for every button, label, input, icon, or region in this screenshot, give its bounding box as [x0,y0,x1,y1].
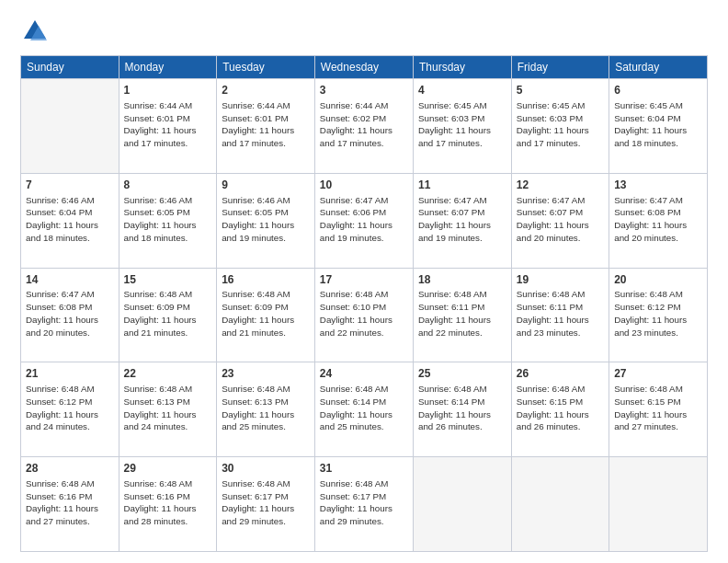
calendar-cell: 13Sunrise: 6:47 AM Sunset: 6:08 PM Dayli… [609,173,708,268]
day-number: 20 [614,272,702,288]
calendar-cell: 31Sunrise: 6:48 AM Sunset: 6:17 PM Dayli… [314,457,413,552]
day-info: Sunrise: 6:48 AM Sunset: 6:11 PM Dayligh… [418,288,506,339]
calendar-cell: 5Sunrise: 6:45 AM Sunset: 6:03 PM Daylig… [511,79,609,174]
day-info: Sunrise: 6:48 AM Sunset: 6:14 PM Dayligh… [418,383,506,433]
day-info: Sunrise: 6:48 AM Sunset: 6:13 PM Dayligh… [124,383,212,433]
day-info: Sunrise: 6:48 AM Sunset: 6:17 PM Dayligh… [222,477,310,528]
calendar-header: SundayMondayTuesdayWednesdayThursdayFrid… [21,56,708,79]
day-number: 5 [517,83,604,98]
calendar-cell: 19Sunrise: 6:48 AM Sunset: 6:11 PM Dayli… [511,268,609,362]
day-info: Sunrise: 6:47 AM Sunset: 6:06 PM Dayligh… [320,194,408,245]
calendar-week-row: 7Sunrise: 6:46 AM Sunset: 6:04 PM Daylig… [21,173,708,268]
day-number: 3 [320,83,408,98]
calendar-cell: 21Sunrise: 6:48 AM Sunset: 6:12 PM Dayli… [21,362,119,457]
day-info: Sunrise: 6:48 AM Sunset: 6:16 PM Dayligh… [26,477,114,528]
day-info: Sunrise: 6:48 AM Sunset: 6:11 PM Dayligh… [517,288,604,339]
calendar-cell: 17Sunrise: 6:48 AM Sunset: 6:10 PM Dayli… [314,268,413,362]
day-number: 18 [418,272,506,288]
day-number: 19 [517,272,604,288]
day-info: Sunrise: 6:48 AM Sunset: 6:16 PM Dayligh… [124,477,212,528]
day-info: Sunrise: 6:45 AM Sunset: 6:03 PM Dayligh… [418,99,506,150]
calendar-week-row: 14Sunrise: 6:47 AM Sunset: 6:08 PM Dayli… [21,268,708,362]
day-number: 10 [320,178,408,193]
calendar-cell: 15Sunrise: 6:48 AM Sunset: 6:09 PM Dayli… [119,268,217,362]
header [20,17,708,46]
day-info: Sunrise: 6:48 AM Sunset: 6:15 PM Dayligh… [517,383,604,433]
day-number: 12 [517,178,604,193]
calendar-cell: 10Sunrise: 6:47 AM Sunset: 6:06 PM Dayli… [314,173,413,268]
day-info: Sunrise: 6:48 AM Sunset: 6:13 PM Dayligh… [222,383,310,433]
calendar-week-row: 1Sunrise: 6:44 AM Sunset: 6:01 PM Daylig… [21,79,708,174]
calendar-cell: 3Sunrise: 6:44 AM Sunset: 6:02 PM Daylig… [314,79,413,174]
logo-icon [20,17,50,46]
calendar-cell: 12Sunrise: 6:47 AM Sunset: 6:07 PM Dayli… [511,173,609,268]
day-number: 31 [320,461,408,477]
calendar-cell [511,457,609,552]
day-info: Sunrise: 6:48 AM Sunset: 6:17 PM Dayligh… [320,477,408,528]
calendar-cell: 18Sunrise: 6:48 AM Sunset: 6:11 PM Dayli… [413,268,511,362]
calendar-cell [609,457,708,552]
header-day: Tuesday [217,56,315,79]
day-info: Sunrise: 6:47 AM Sunset: 6:08 PM Dayligh… [614,194,702,245]
day-info: Sunrise: 6:45 AM Sunset: 6:03 PM Dayligh… [517,99,604,150]
day-number: 7 [26,178,114,193]
calendar-cell: 7Sunrise: 6:46 AM Sunset: 6:04 PM Daylig… [21,173,119,268]
day-info: Sunrise: 6:48 AM Sunset: 6:14 PM Dayligh… [320,383,408,433]
day-number: 22 [124,366,212,382]
day-info: Sunrise: 6:48 AM Sunset: 6:12 PM Dayligh… [26,383,114,433]
calendar-cell: 6Sunrise: 6:45 AM Sunset: 6:04 PM Daylig… [609,79,708,174]
calendar-cell: 9Sunrise: 6:46 AM Sunset: 6:05 PM Daylig… [217,173,315,268]
header-day: Sunday [21,56,119,79]
calendar-week-row: 21Sunrise: 6:48 AM Sunset: 6:12 PM Dayli… [21,362,708,457]
day-number: 23 [222,366,310,382]
header-day: Friday [511,56,609,79]
day-number: 16 [222,272,310,288]
day-number: 9 [222,178,310,193]
calendar-cell: 28Sunrise: 6:48 AM Sunset: 6:16 PM Dayli… [21,457,119,552]
calendar-cell: 2Sunrise: 6:44 AM Sunset: 6:01 PM Daylig… [217,79,315,174]
day-number: 26 [517,366,604,382]
calendar-cell [413,457,511,552]
calendar-table: SundayMondayTuesdayWednesdayThursdayFrid… [20,55,708,552]
day-number: 15 [124,272,212,288]
day-info: Sunrise: 6:47 AM Sunset: 6:07 PM Dayligh… [517,194,604,245]
day-info: Sunrise: 6:47 AM Sunset: 6:08 PM Dayligh… [26,288,114,339]
day-number: 11 [418,178,506,193]
calendar-cell: 30Sunrise: 6:48 AM Sunset: 6:17 PM Dayli… [217,457,315,552]
day-number: 4 [418,83,506,98]
day-number: 28 [26,461,114,477]
day-number: 29 [124,461,212,477]
day-number: 27 [614,366,702,382]
day-info: Sunrise: 6:48 AM Sunset: 6:09 PM Dayligh… [222,288,310,339]
day-info: Sunrise: 6:45 AM Sunset: 6:04 PM Dayligh… [614,99,702,150]
day-number: 1 [124,83,212,98]
day-info: Sunrise: 6:46 AM Sunset: 6:04 PM Dayligh… [26,194,114,245]
calendar-week-row: 28Sunrise: 6:48 AM Sunset: 6:16 PM Dayli… [21,457,708,552]
calendar-cell: 29Sunrise: 6:48 AM Sunset: 6:16 PM Dayli… [119,457,217,552]
calendar-cell: 25Sunrise: 6:48 AM Sunset: 6:14 PM Dayli… [413,362,511,457]
day-info: Sunrise: 6:48 AM Sunset: 6:10 PM Dayligh… [320,288,408,339]
page: SundayMondayTuesdayWednesdayThursdayFrid… [0,0,728,563]
calendar-cell: 26Sunrise: 6:48 AM Sunset: 6:15 PM Dayli… [511,362,609,457]
day-number: 21 [26,366,114,382]
header-row: SundayMondayTuesdayWednesdayThursdayFrid… [21,56,708,79]
calendar-cell: 11Sunrise: 6:47 AM Sunset: 6:07 PM Dayli… [413,173,511,268]
day-number: 17 [320,272,408,288]
day-number: 6 [614,83,702,98]
day-number: 30 [222,461,310,477]
header-day: Thursday [413,56,511,79]
calendar-cell: 23Sunrise: 6:48 AM Sunset: 6:13 PM Dayli… [217,362,315,457]
header-day: Monday [119,56,217,79]
day-info: Sunrise: 6:44 AM Sunset: 6:01 PM Dayligh… [222,99,310,150]
calendar-cell: 20Sunrise: 6:48 AM Sunset: 6:12 PM Dayli… [609,268,708,362]
day-info: Sunrise: 6:48 AM Sunset: 6:09 PM Dayligh… [124,288,212,339]
day-info: Sunrise: 6:47 AM Sunset: 6:07 PM Dayligh… [418,194,506,245]
calendar-cell [21,79,119,174]
day-number: 13 [614,178,702,193]
day-number: 14 [26,272,114,288]
day-info: Sunrise: 6:46 AM Sunset: 6:05 PM Dayligh… [124,194,212,245]
day-number: 25 [418,366,506,382]
header-day: Wednesday [314,56,413,79]
calendar-cell: 8Sunrise: 6:46 AM Sunset: 6:05 PM Daylig… [119,173,217,268]
header-day: Saturday [609,56,708,79]
